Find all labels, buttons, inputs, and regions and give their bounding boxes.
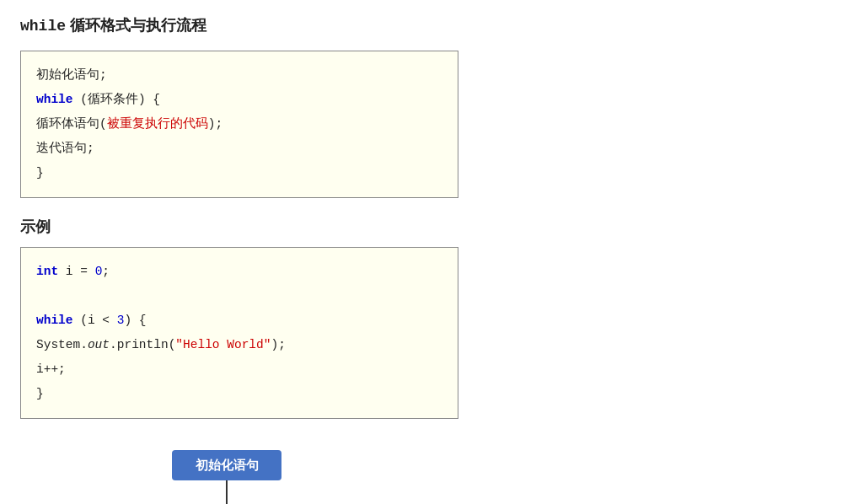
title-rest: 循环格式与执行流程 (66, 17, 206, 34)
example-line3: while (i < 3) { (36, 308, 442, 333)
format-line1: 初始化语句; (36, 63, 442, 88)
left-panel: 初始化语句; while (循环条件) { 循环体语句(被重复执行的代码); 迭… (20, 51, 458, 437)
flowchart-svg: 初始化语句 循环条件 false true 循环体语句 迭代语句 (46, 442, 399, 504)
page-title: while 循环格式与执行流程 (20, 15, 843, 35)
format-line4: 迭代语句; (36, 137, 442, 161)
example-line6: } (36, 382, 442, 406)
format-line5: } (36, 161, 442, 185)
example-line5: i++; (36, 357, 442, 382)
example-line4: System.out.println("Hello World"); (36, 333, 442, 357)
fc-init-label: 初始化语句 (195, 458, 259, 472)
example-code-box: int i = 0; while (i < 3) { System.out.pr… (20, 247, 458, 419)
format-line2: while (循环条件) { (36, 88, 442, 112)
right-panel: 初始化语句 循环条件 false true 循环体语句 迭代语句 (20, 437, 408, 504)
example-line2 (36, 284, 442, 308)
format-code-box: 初始化语句; while (循环条件) { 循环体语句(被重复执行的代码); 迭… (20, 51, 458, 198)
format-line3: 循环体语句(被重复执行的代码); (36, 112, 442, 137)
title-keyword: while (20, 18, 66, 35)
example-line1: int i = 0; (36, 260, 442, 284)
section-example-title: 示例 (20, 217, 458, 237)
